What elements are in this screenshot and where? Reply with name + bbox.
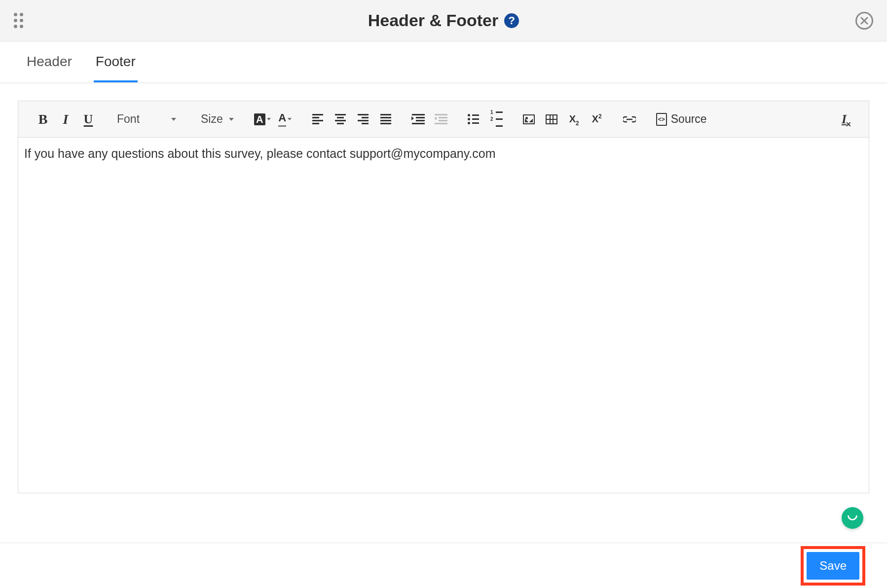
clear-formatting-button[interactable]: I✕ bbox=[834, 110, 854, 129]
chevron-down-icon bbox=[267, 118, 271, 120]
table-icon bbox=[546, 114, 557, 124]
dialog-header: Header & Footer ? bbox=[0, 0, 887, 41]
source-button-label: Source bbox=[671, 112, 707, 126]
insert-table-button[interactable] bbox=[542, 110, 561, 129]
image-icon bbox=[523, 114, 535, 124]
rich-text-editor: B I U Font Size A A bbox=[18, 101, 869, 493]
subscript-button[interactable]: X2 bbox=[564, 110, 584, 129]
insert-link-button[interactable] bbox=[620, 110, 639, 129]
chevron-down-icon bbox=[288, 118, 292, 120]
bold-button[interactable]: B bbox=[33, 110, 53, 129]
font-dropdown[interactable]: Font bbox=[111, 110, 182, 129]
editor-toolbar: B I U Font Size A A bbox=[18, 101, 869, 138]
size-dropdown[interactable]: Size bbox=[195, 110, 240, 129]
dialog-title-wrap: Header & Footer ? bbox=[0, 11, 887, 30]
numbered-list-button[interactable]: 1 2 3 bbox=[486, 110, 506, 129]
source-button[interactable]: <> Source bbox=[652, 110, 711, 129]
tabs: Header Footer bbox=[0, 41, 887, 83]
align-justify-button[interactable] bbox=[376, 110, 396, 129]
editor-content[interactable]: If you have any questions about this sur… bbox=[18, 138, 869, 493]
chevron-down-icon bbox=[171, 118, 176, 121]
help-fab[interactable] bbox=[842, 507, 863, 529]
align-center-button[interactable] bbox=[331, 110, 350, 129]
chevron-down-icon bbox=[229, 118, 234, 121]
align-left-button[interactable] bbox=[308, 110, 328, 129]
italic-button[interactable]: I bbox=[56, 110, 75, 129]
size-dropdown-label: Size bbox=[201, 112, 223, 126]
text-color-button[interactable]: A bbox=[275, 110, 295, 129]
drag-grip-icon[interactable] bbox=[14, 13, 29, 28]
save-highlight: Save bbox=[801, 546, 865, 586]
tab-footer[interactable]: Footer bbox=[94, 42, 138, 82]
link-icon bbox=[623, 116, 636, 123]
indent-decrease-button[interactable] bbox=[431, 110, 451, 129]
smile-icon bbox=[848, 515, 857, 520]
insert-image-button[interactable] bbox=[519, 110, 539, 129]
dialog-title: Header & Footer bbox=[368, 11, 499, 30]
close-icon bbox=[860, 17, 868, 25]
close-button[interactable] bbox=[855, 12, 873, 30]
bullet-list-button[interactable] bbox=[464, 110, 483, 129]
font-dropdown-label: Font bbox=[117, 112, 140, 126]
underline-button[interactable]: U bbox=[78, 110, 98, 129]
indent-increase-button[interactable] bbox=[408, 110, 428, 129]
align-right-button[interactable] bbox=[353, 110, 373, 129]
superscript-button[interactable]: X2 bbox=[587, 110, 607, 129]
save-button[interactable]: Save bbox=[807, 552, 859, 580]
help-icon[interactable]: ? bbox=[504, 13, 519, 28]
tab-header[interactable]: Header bbox=[25, 42, 74, 82]
source-icon: <> bbox=[656, 113, 667, 126]
background-color-button[interactable]: A bbox=[253, 110, 272, 129]
dialog-footer: Save bbox=[0, 543, 887, 588]
